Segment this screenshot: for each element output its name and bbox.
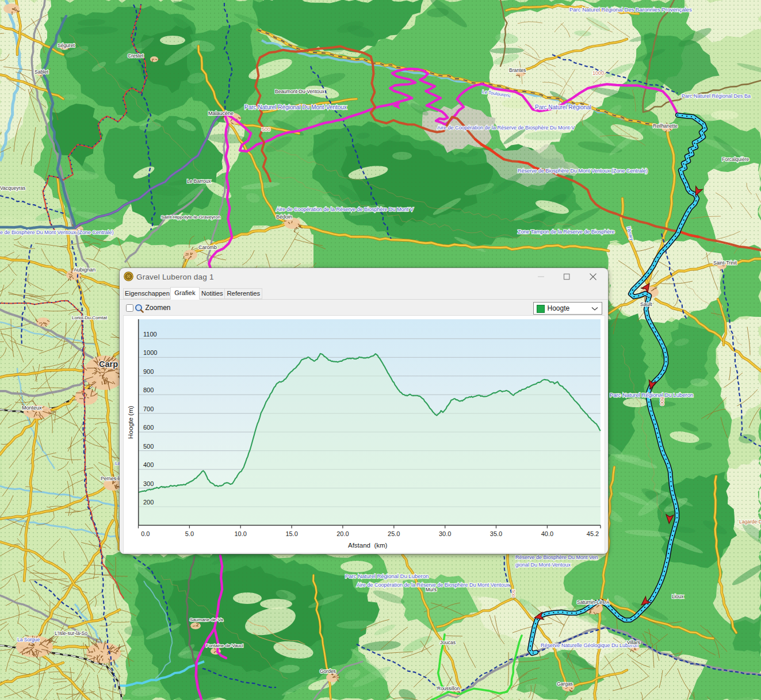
svg-text:800: 800 (143, 387, 154, 393)
svg-text:Aire de Coopération de la Rése: Aire de Coopération de la Réserve de Bio… (437, 125, 575, 131)
svg-text:10.0: 10.0 (234, 530, 246, 537)
svg-text:Lagarde-D'Apt: Lagarde-D'Apt (739, 519, 761, 525)
svg-text:Saumane-de-Va: Saumane-de-Va (190, 617, 223, 622)
svg-text:Sault: Sault (640, 301, 652, 307)
svg-text:Loriol-Du-Comtat: Loriol-Du-Comtat (72, 315, 108, 320)
svg-text:20.0: 20.0 (336, 530, 349, 537)
svg-text:35.0: 35.0 (490, 530, 502, 537)
svg-text:Forcalquière: Forcalquière (722, 156, 749, 162)
svg-text:Afstand (km): Afstand (km) (348, 542, 388, 549)
svg-text:Villars: Villars (627, 640, 640, 645)
svg-text:Parc Naturel Régional: Parc Naturel Régional (535, 104, 591, 110)
svg-text:500: 500 (511, 590, 516, 598)
svg-text:Réserve de Biosphère Du Mont V: Réserve de Biosphère Du Mont Ven (515, 554, 598, 560)
svg-text:400: 400 (143, 461, 154, 468)
svg-text:Brantes: Brantes (509, 67, 526, 73)
svg-text:Gargas: Gargas (557, 681, 573, 687)
svg-text:500: 500 (143, 442, 154, 449)
svg-text:Aire de Coopération de la Rése: Aire de Coopération de la Réserve de Bio… (276, 206, 414, 212)
svg-text:Malaucène: Malaucène (208, 110, 234, 116)
svg-text:Hoogte (m): Hoogte (m) (128, 406, 135, 439)
svg-text:1000: 1000 (143, 349, 157, 356)
svg-text:Crestet: Crestet (128, 53, 144, 59)
svg-text:Réserve Naturelle Géologique D: Réserve Naturelle Géologique Du Luberon (541, 642, 638, 648)
svg-text:1000: 1000 (592, 70, 604, 76)
svg-text:Parc Naturel Régional Du Luber: Parc Naturel Régional Du Luberon (610, 392, 693, 398)
svg-text:600: 600 (143, 424, 154, 431)
svg-text:45.2: 45.2 (587, 530, 599, 537)
svg-text:Beaumont-Du-Ventoux: Beaumont-Du-Ventoux (275, 89, 325, 94)
svg-text:Caromb: Caromb (198, 244, 217, 250)
svg-text:L'Isle-sur-la-So: L'Isle-sur-la-So (55, 630, 87, 636)
svg-text:Parc Naturel Régional Des Baro: Parc Naturel Régional Des Baronnies Prov… (569, 6, 692, 13)
svg-text:Le Barroux: Le Barroux (187, 178, 211, 184)
svg-text:Saint-Hippolyte-le-Graveyron: Saint-Hippolyte-le-Graveyron (161, 215, 220, 220)
svg-text:Bédoin: Bédoin (276, 214, 292, 220)
svg-text:Aubignan: Aubignan (74, 267, 95, 273)
svg-text:15.0: 15.0 (285, 530, 297, 537)
svg-text:1100: 1100 (143, 330, 157, 337)
svg-text:500: 500 (262, 127, 270, 132)
svg-text:300: 300 (143, 480, 154, 487)
svg-text:0.0: 0.0 (141, 530, 150, 537)
svg-text:Sablet: Sablet (35, 69, 49, 75)
svg-text:Parc Naturel Régional Du Luber: Parc Naturel Régional Du Luberon (345, 573, 429, 579)
svg-text:Parc Naturel Régional Du Mont-: Parc Naturel Régional Du Mont-Ventoux (244, 104, 347, 110)
svg-text:Roussillon: Roussillon (437, 686, 460, 691)
svg-text:Réserve de Biosphère Du Mont V: Réserve de Biosphère Du Mont Ventoux (Zo… (518, 168, 648, 174)
svg-text:La Sorgue: La Sorgue (17, 637, 40, 642)
svg-text:Lioux: Lioux (672, 594, 684, 599)
svg-text:Saturnin-Lès-A: Saturnin-Lès-A (577, 599, 610, 605)
svg-text:200: 200 (143, 499, 154, 506)
svg-text:Parc Naturel Régional Des Ba: Parc Naturel Régional Des Ba (682, 93, 751, 99)
svg-text:5.0: 5.0 (185, 530, 194, 537)
svg-text:Séguret: Séguret (58, 43, 75, 48)
svg-text:Saint-Trinit: Saint-Trinit (713, 260, 737, 266)
svg-text:40.0: 40.0 (541, 530, 553, 537)
svg-text:Gordes: Gordes (320, 668, 336, 674)
svg-text:Monteux: Monteux (22, 405, 42, 411)
svg-text:30.0: 30.0 (439, 530, 451, 537)
svg-text:Joucas: Joucas (440, 640, 456, 645)
svg-text:Zone Tampon de la Réserve de B: Zone Tampon de la Réserve de Biosphère (518, 229, 614, 235)
svg-text:900: 900 (143, 368, 154, 374)
svg-text:Carp: Carp (99, 359, 118, 369)
svg-text:gional Du Mont-Ventoux: gional Du Mont-Ventoux (515, 562, 571, 568)
svg-text:Reilhanette: Reilhanette (653, 123, 678, 129)
svg-text:Vacqueyras: Vacqueyras (0, 185, 25, 191)
svg-text:e de Biosphère Du Mont Ventoux: e de Biosphère Du Mont Ventoux (Zone Cen… (0, 229, 114, 235)
svg-text:25.0: 25.0 (388, 530, 400, 537)
svg-text:Murs: Murs (426, 587, 437, 592)
svg-text:700: 700 (143, 405, 154, 412)
svg-text:Fontaine-de-Vaucl: Fontaine-de-Vaucl (206, 643, 243, 648)
svg-text:800: 800 (659, 397, 665, 406)
